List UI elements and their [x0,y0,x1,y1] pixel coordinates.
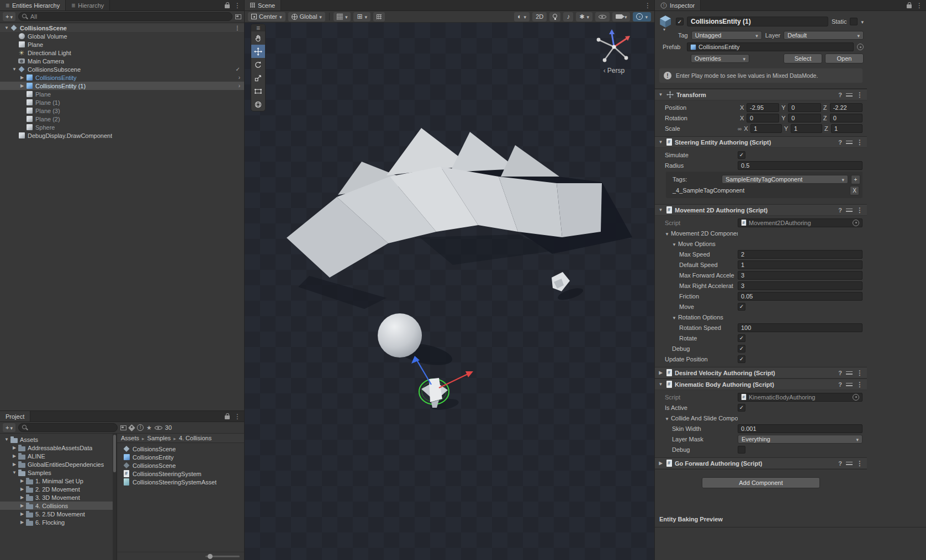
expand-arrow-icon[interactable]: ▶ [19,520,25,525]
hierarchy-row[interactable]: Plane [0,40,244,49]
folder-row[interactable]: ▶ 2. 2D Movement [0,485,117,493]
expand-arrow-icon[interactable]: ▼ [11,67,18,72]
2d-toggle-button[interactable]: 2D [532,12,547,22]
hierarchy-search-input[interactable]: All [18,12,232,21]
value-checkbox[interactable] [738,446,745,454]
value-field[interactable]: 0.001 [738,424,862,433]
folder-row[interactable]: ▼ Assets [0,435,117,444]
row-adornment-icon[interactable]: › [239,83,244,89]
favorites-icon[interactable] [146,424,152,431]
value-field[interactable]: 100 [738,323,862,332]
row-label[interactable]: Update Position [655,356,738,362]
remove-tag-button[interactable]: X [850,186,859,195]
projection-label[interactable]: Persp [589,67,639,74]
lock-icon[interactable] [225,415,230,419]
kebab-menu-icon[interactable] [856,381,863,388]
alert-icon[interactable] [137,424,144,431]
kebab-menu-icon[interactable] [856,369,863,377]
value-field[interactable]: 3 [738,281,862,290]
desired-velocity-header[interactable]: Desired Velocity Authoring (Script) [655,367,867,378]
value-checkbox[interactable]: ✓ [738,334,745,342]
tag-dropdown[interactable]: Untagged [691,31,762,40]
folder-row[interactable]: ▼ Samples [0,468,117,477]
layer-dropdown[interactable]: Default [784,31,864,40]
rect-tool-button[interactable] [251,84,265,98]
value-dropdown[interactable]: Everything [738,435,862,444]
row-label[interactable]: Debug [655,446,738,453]
lock-icon[interactable] [907,4,912,8]
value-checkbox[interactable]: ✓ [738,355,745,363]
lock-icon[interactable] [225,4,230,8]
foldout-arrow-icon[interactable] [658,382,664,387]
foldout-arrow-icon[interactable] [658,461,664,466]
object-picker-icon[interactable] [853,220,859,226]
object-picker-icon[interactable] [857,44,864,50]
project-tree-scrollbar[interactable] [113,434,117,560]
row-label[interactable]: Max Speed [655,251,738,258]
expand-arrow-icon[interactable]: ▼ [11,470,18,475]
rotation-x-field[interactable]: 0 [747,114,779,122]
row-adornment-icon[interactable]: › [239,74,244,81]
tool-handle-space-dropdown[interactable]: Global [288,12,325,22]
movement-header[interactable]: Movement 2D Authoring (Script) [655,204,867,216]
file-row[interactable]: CollisionsEntity [117,453,244,461]
breadcrumb-item[interactable]: Assets [121,435,147,441]
position-x-field[interactable]: -2.95 [747,103,779,112]
expand-arrow-icon[interactable]: ▶ [19,75,25,80]
row-label[interactable]: ▼Collide And Slide Component [655,415,738,422]
foldout-arrow-icon[interactable]: ▼ [665,232,669,237]
expand-arrow-icon[interactable]: ▼ [3,437,10,442]
value-checkbox[interactable]: ✓ [738,303,745,311]
help-icon[interactable] [838,381,842,388]
row-label[interactable]: Debug [655,345,738,352]
hierarchy-row[interactable]: ▶ CollisionsEntity › [0,73,244,82]
gizmos-dropdown[interactable] [633,12,651,22]
presets-icon[interactable] [846,92,853,98]
create-button[interactable]: + [3,12,15,21]
presets-icon[interactable] [846,461,853,466]
create-button[interactable]: + [3,423,15,432]
row-label[interactable]: Max Right Accelerat [655,282,738,289]
value-field[interactable]: 3 [738,271,862,280]
effects-dropdown[interactable] [576,12,592,22]
kebab-menu-icon[interactable] [916,2,923,9]
scene-viewport[interactable]: Persp [245,23,654,560]
simulate-checkbox[interactable] [738,151,745,159]
search-by-label-icon[interactable] [128,424,135,431]
expand-arrow-icon[interactable]: ▶ [11,462,18,467]
row-label[interactable]: ▼Movement 2D Component [655,230,738,237]
help-icon[interactable] [838,370,842,376]
presets-icon[interactable] [846,370,853,376]
scale-link-icon[interactable] [738,125,742,132]
hierarchy-row[interactable]: Plane (1) [0,98,244,106]
transform-header[interactable]: Transform [655,89,867,100]
row-label[interactable]: Is Active [655,404,738,411]
foldout-arrow-icon[interactable]: ▼ [672,242,676,247]
hierarchy-row[interactable]: Plane (2) [0,115,244,123]
add-component-button[interactable]: Add Component [702,477,820,488]
folder-row[interactable]: ▶ 6. Flocking [0,518,117,526]
row-label[interactable]: Layer Mask [655,436,738,442]
kebab-menu-icon[interactable] [856,91,863,99]
overrides-dropdown[interactable]: Overrides [691,54,749,63]
view-hand-tool-button[interactable] [251,31,265,45]
file-row[interactable]: CollisionsSteeringSystem [117,470,244,478]
grid-visibility-dropdown[interactable] [334,12,351,22]
tab-scene[interactable]: Scene [245,0,281,10]
folder-row[interactable]: ▶ 4. Collisions [0,502,117,510]
breadcrumb-item[interactable]: Samples [147,435,179,441]
foldout-arrow-icon[interactable] [658,370,664,375]
value-checkbox[interactable]: ✓ [738,404,745,412]
tab-entities-hierarchy[interactable]: Entities Hierarchy [0,0,66,10]
file-row[interactable]: CollisionsScene [117,445,244,453]
row-label[interactable]: Rotation Speed [655,324,738,331]
kebab-menu-icon[interactable] [644,2,651,9]
presets-icon[interactable] [846,207,853,213]
hierarchy-row[interactable]: Sphere [0,123,244,131]
expand-arrow-icon[interactable]: ▶ [11,454,18,458]
foldout-arrow-icon[interactable] [658,207,664,212]
help-icon[interactable] [838,92,842,98]
kebab-menu-icon[interactable] [856,206,863,214]
steering-header[interactable]: Steering Entity Authoring (Script) [655,136,867,148]
move-tool-button[interactable] [251,45,265,58]
